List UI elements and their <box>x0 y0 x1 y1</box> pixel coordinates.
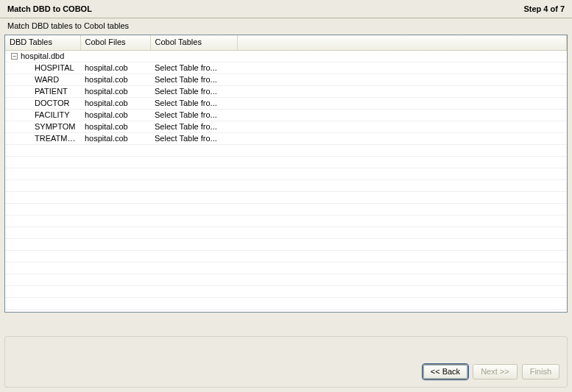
table-row[interactable]: FACILITYhospital.cobSelect Table fro... <box>5 109 567 121</box>
table-row-parent[interactable]: −hospital.dbd <box>5 50 567 62</box>
col-header-dbd[interactable]: DBD Tables <box>5 35 80 50</box>
table-row-empty <box>5 285 567 297</box>
dbd-table-cell: PATIENT <box>10 87 68 96</box>
dbd-table-cell: HOSPITAL <box>10 63 74 72</box>
table-row-empty <box>5 191 567 203</box>
collapse-icon[interactable]: − <box>11 53 18 60</box>
dbd-table-cell: WARD <box>10 75 59 84</box>
table-row[interactable]: WARDhospital.cobSelect Table fro... <box>5 74 567 85</box>
table-row-empty <box>5 156 567 168</box>
wizard-window: Match DBD to COBOL Step 4 of 7 Match DBD… <box>0 0 572 392</box>
next-button[interactable]: Next >> <box>473 364 518 379</box>
cobol-file-cell[interactable]: hospital.cob <box>80 121 150 132</box>
footer-panel: << Back Next >> Finish <box>4 336 568 388</box>
table-row-empty <box>5 238 567 250</box>
tree-parent-label: hospital.dbd <box>21 51 64 60</box>
back-button[interactable]: << Back <box>423 364 468 379</box>
page-title: Match DBD to COBOL <box>7 4 92 13</box>
cobol-table-cell[interactable]: Select Table fro... <box>150 74 237 85</box>
table-row-empty <box>5 250 567 262</box>
cobol-table-cell[interactable]: Select Table fro... <box>150 132 237 144</box>
col-header-file[interactable]: Cobol Files <box>80 35 150 50</box>
cobol-file-cell[interactable]: hospital.cob <box>80 109 150 121</box>
step-indicator: Step 4 of 7 <box>523 4 565 13</box>
dbd-table-cell: SYMPTOM <box>10 122 75 131</box>
dbd-table-cell: TREATMNT <box>10 134 78 143</box>
button-row: << Back Next >> Finish <box>423 364 559 379</box>
table-row-empty <box>5 215 567 227</box>
table-row[interactable]: SYMPTOMhospital.cobSelect Table fro... <box>5 121 567 132</box>
table-row-empty <box>5 144 567 156</box>
finish-button[interactable]: Finish <box>522 364 559 379</box>
table-row-empty <box>5 297 567 309</box>
cobol-table-cell[interactable]: Select Table fro... <box>150 97 237 109</box>
cobol-table-cell[interactable]: Select Table fro... <box>150 109 237 121</box>
col-header-rest <box>237 35 567 50</box>
cobol-file-cell[interactable]: hospital.cob <box>80 132 150 144</box>
col-header-cobol[interactable]: Cobol Tables <box>150 35 237 50</box>
table-header-row: DBD Tables Cobol Files Cobol Tables <box>5 35 567 50</box>
cobol-file-cell[interactable]: hospital.cob <box>80 97 150 109</box>
titlebar: Match DBD to COBOL Step 4 of 7 <box>0 0 572 18</box>
table-row[interactable]: TREATMNThospital.cobSelect Table fro... <box>5 132 567 144</box>
dbd-table-cell: DOCTOR <box>10 99 69 107</box>
cobol-table-cell[interactable]: Select Table fro... <box>150 62 237 74</box>
table-row[interactable]: PATIENThospital.cobSelect Table fro... <box>5 85 567 97</box>
cobol-table-cell[interactable]: Select Table fro... <box>150 121 237 132</box>
page-subtitle: Match DBD tables to Cobol tables <box>0 18 572 35</box>
table-row[interactable]: DOCTORhospital.cobSelect Table fro... <box>5 97 567 109</box>
table-row[interactable]: HOSPITALhospital.cobSelect Table fro... <box>5 62 567 74</box>
table-row-empty <box>5 203 567 215</box>
cobol-file-cell[interactable]: hospital.cob <box>80 74 150 85</box>
table-row-empty <box>5 168 567 179</box>
dbd-table-cell: FACILITY <box>10 110 70 119</box>
cobol-file-cell[interactable]: hospital.cob <box>80 85 150 97</box>
table-row-empty <box>5 274 567 285</box>
table-row-empty <box>5 227 567 238</box>
mapping-table: DBD Tables Cobol Files Cobol Tables −hos… <box>4 35 568 313</box>
cobol-file-cell[interactable]: hospital.cob <box>80 62 150 74</box>
table-row-empty <box>5 179 567 191</box>
table-row-empty <box>5 262 567 274</box>
cobol-table-cell[interactable]: Select Table fro... <box>150 85 237 97</box>
